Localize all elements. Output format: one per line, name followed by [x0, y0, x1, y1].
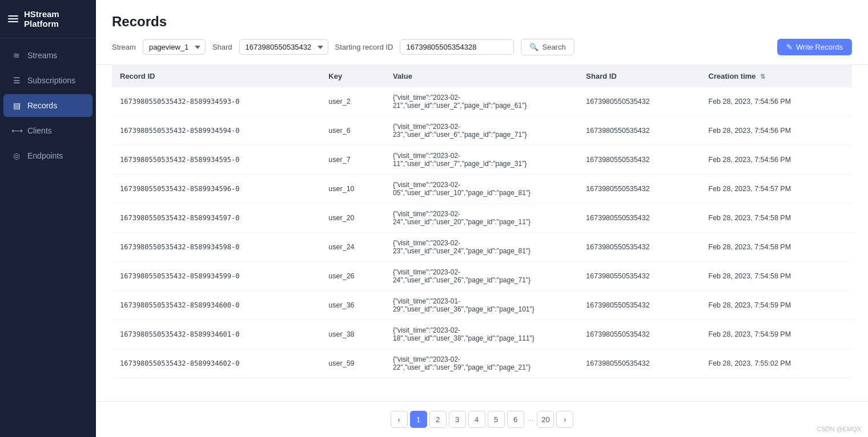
write-records-label: Write Records — [796, 43, 843, 51]
watermark: CSDN @EMQX — [817, 426, 861, 432]
pagination: ‹ 1 2 3 4 5 6 ··· 20 › — [96, 401, 868, 437]
cell-shard-id: 1673980550535432 — [578, 116, 700, 145]
write-records-button[interactable]: ✎ Write Records — [777, 39, 852, 55]
clients-icon: ⟷ — [11, 126, 22, 135]
cell-key: user_6 — [320, 116, 385, 145]
prev-page-button[interactable]: ‹ — [391, 411, 408, 428]
table-row: 1673980550535432-8589934599-0 user_26 {"… — [112, 262, 852, 291]
starting-record-input[interactable] — [400, 39, 514, 55]
sidebar-item-records[interactable]: ▤ Records — [3, 94, 93, 117]
records-table: Record ID Key Value Shard ID Creation ti… — [112, 65, 852, 378]
stream-select[interactable]: pageview_1 — [143, 39, 206, 55]
col-value: Value — [385, 65, 578, 87]
page-btn-3[interactable]: 3 — [449, 411, 466, 428]
cell-record-id: 1673980550535432-8589934599-0 — [112, 262, 320, 291]
stream-label: Stream — [112, 43, 136, 51]
cell-key: user_24 — [320, 233, 385, 262]
table-row: 1673980550535432-8589934600-0 user_36 {"… — [112, 291, 852, 320]
table-row: 1673980550535432-8589934594-0 user_6 {"v… — [112, 116, 852, 145]
cell-creation-time: Feb 28, 2023, 7:54:57 PM — [701, 175, 852, 204]
sidebar-item-label-streams: Streams — [27, 51, 57, 60]
cell-shard-id: 1673980550535432 — [578, 145, 700, 175]
cell-creation-time: Feb 28, 2023, 7:54:56 PM — [701, 145, 852, 175]
table-row: 1673980550535432-8589934597-0 user_20 {"… — [112, 204, 852, 233]
sidebar: HStream Platform ≋ Streams ☰ Subscriptio… — [0, 0, 96, 437]
subscriptions-icon: ☰ — [11, 76, 22, 85]
sidebar-item-label-clients: Clients — [27, 126, 52, 135]
table-row: 1673980550535432-8589934598-0 user_24 {"… — [112, 233, 852, 262]
toolbar: Stream pageview_1 Shard 1673980550535432… — [112, 39, 852, 55]
write-records-icon: ✎ — [786, 43, 793, 51]
cell-shard-id: 1673980550535432 — [578, 291, 700, 320]
search-label: Search — [542, 43, 565, 51]
cell-shard-id: 1673980550535432 — [578, 233, 700, 262]
cell-value: {"visit_time":"2023-02-11","user_id":"us… — [385, 145, 578, 175]
table-row: 1673980550535432-8589934595-0 user_7 {"v… — [112, 145, 852, 175]
search-icon: 🔍 — [529, 43, 539, 51]
hamburger-menu[interactable] — [8, 15, 18, 22]
cell-shard-id: 1673980550535432 — [578, 204, 700, 233]
cell-creation-time: Feb 28, 2023, 7:54:59 PM — [701, 291, 852, 320]
sidebar-item-subscriptions[interactable]: ☰ Subscriptions — [3, 69, 93, 92]
app-title: HStream Platform — [24, 9, 88, 29]
cell-creation-time: Feb 28, 2023, 7:54:58 PM — [701, 233, 852, 262]
cell-value: {"visit_time":"2023-02-18","user_id":"us… — [385, 320, 578, 349]
cell-value: {"visit_time":"2023-02-22","user_id":"us… — [385, 349, 578, 378]
endpoints-icon: ◎ — [11, 151, 22, 160]
cell-creation-time: Feb 28, 2023, 7:54:59 PM — [701, 320, 852, 349]
cell-shard-id: 1673980550535432 — [578, 262, 700, 291]
cell-creation-time: Feb 28, 2023, 7:54:56 PM — [701, 87, 852, 116]
cell-shard-id: 1673980550535432 — [578, 320, 700, 349]
cell-record-id: 1673980550535432-8589934593-0 — [112, 87, 320, 116]
page-btn-6[interactable]: 6 — [507, 411, 524, 428]
starting-record-label: Starting record ID — [335, 43, 393, 51]
col-record-id: Record ID — [112, 65, 320, 87]
cell-value: {"visit_time":"2023-02-21","user_id":"us… — [385, 87, 578, 116]
page-title: Records — [112, 14, 852, 30]
cell-creation-time: Feb 28, 2023, 7:55:02 PM — [701, 349, 852, 378]
cell-creation-time: Feb 28, 2023, 7:54:58 PM — [701, 204, 852, 233]
page-btn-2[interactable]: 2 — [429, 411, 447, 428]
cell-shard-id: 1673980550535432 — [578, 87, 700, 116]
table-container: Record ID Key Value Shard ID Creation ti… — [96, 65, 868, 401]
page-btn-1[interactable]: 1 — [410, 411, 427, 428]
sidebar-item-label-subscriptions: Subscriptions — [27, 76, 75, 85]
page-btn-20[interactable]: 20 — [537, 411, 554, 428]
page-btn-4[interactable]: 4 — [468, 411, 485, 428]
cell-key: user_38 — [320, 320, 385, 349]
cell-creation-time: Feb 28, 2023, 7:54:56 PM — [701, 116, 852, 145]
next-page-button[interactable]: › — [556, 411, 573, 428]
col-key: Key — [320, 65, 385, 87]
cell-record-id: 1673980550535432-8589934594-0 — [112, 116, 320, 145]
sidebar-header: HStream Platform — [0, 0, 96, 38]
cell-record-id: 1673980550535432-8589934597-0 — [112, 204, 320, 233]
sidebar-item-endpoints[interactable]: ◎ Endpoints — [3, 144, 93, 167]
cell-value: {"visit_time":"2023-02-24","user_id":"us… — [385, 204, 578, 233]
cell-record-id: 1673980550535432-8589934598-0 — [112, 233, 320, 262]
main-content: Records Stream pageview_1 Shard 16739805… — [96, 0, 868, 437]
records-icon: ▤ — [11, 101, 22, 110]
sort-icon[interactable]: ⇅ — [760, 73, 765, 80]
cell-key: user_20 — [320, 204, 385, 233]
table-body: 1673980550535432-8589934593-0 user_2 {"v… — [112, 87, 852, 378]
cell-record-id: 1673980550535432-8589934596-0 — [112, 175, 320, 204]
sidebar-item-clients[interactable]: ⟷ Clients — [3, 119, 93, 142]
sidebar-item-streams[interactable]: ≋ Streams — [3, 44, 93, 67]
cell-shard-id: 1673980550535432 — [578, 349, 700, 378]
search-button[interactable]: 🔍 Search — [521, 39, 574, 55]
table-row: 1673980550535432-8589934593-0 user_2 {"v… — [112, 87, 852, 116]
shard-select[interactable]: 1673980550535432 — [239, 39, 328, 55]
cell-key: user_2 — [320, 87, 385, 116]
page-btn-5[interactable]: 5 — [488, 411, 505, 428]
col-creation-time: Creation time ⇅ — [701, 65, 852, 87]
cell-key: user_26 — [320, 262, 385, 291]
cell-key: user_10 — [320, 175, 385, 204]
cell-shard-id: 1673980550535432 — [578, 175, 700, 204]
table-row: 1673980550535432-8589934596-0 user_10 {"… — [112, 175, 852, 204]
cell-key: user_59 — [320, 349, 385, 378]
table-header-row: Record ID Key Value Shard ID Creation ti… — [112, 65, 852, 87]
cell-key: user_36 — [320, 291, 385, 320]
cell-value: {"visit_time":"2023-02-05","user_id":"us… — [385, 175, 578, 204]
cell-record-id: 1673980550535432-8589934595-0 — [112, 145, 320, 175]
cell-value: {"visit_time":"2023-02-24","user_id":"us… — [385, 262, 578, 291]
